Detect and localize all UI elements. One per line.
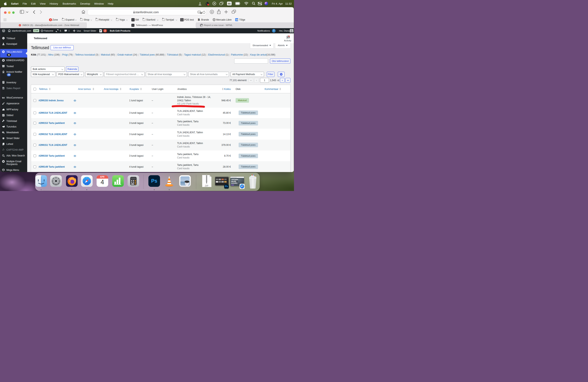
svg-text:ZIP: ZIP — [205, 185, 208, 187]
svg-text:A: A — [199, 11, 200, 13]
svg-text:文: 文 — [200, 12, 202, 14]
